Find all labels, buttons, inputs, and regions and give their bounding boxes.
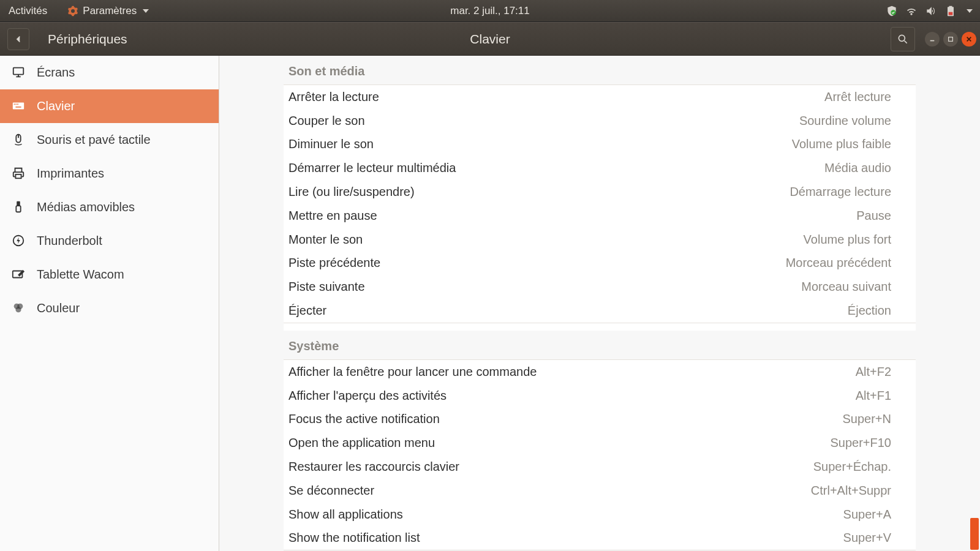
- svg-rect-13: [16, 206, 20, 212]
- svg-rect-1: [949, 12, 953, 15]
- battery-icon[interactable]: [944, 5, 957, 17]
- clock[interactable]: mar. 2 juil., 17:11: [450, 5, 529, 17]
- shortcut-row[interactable]: Restaurer les raccourcis clavierSuper+Éc…: [284, 455, 916, 479]
- top-panel-right: [886, 5, 980, 17]
- shortcut-value: Morceau précédent: [786, 256, 891, 270]
- sidebar: ÉcransClavierSouris et pavé tactileImpri…: [0, 56, 219, 551]
- svg-rect-7: [15, 103, 17, 105]
- app-menu-button[interactable]: Paramètres: [58, 0, 157, 22]
- section-header-system: Système: [284, 331, 916, 359]
- system-menu-chevron[interactable]: [967, 9, 973, 13]
- window-title: Clavier: [470, 32, 510, 47]
- shortcut-row[interactable]: Diminuer le sonVolume plus faible: [284, 133, 916, 157]
- svg-rect-11: [15, 174, 21, 178]
- activities-button[interactable]: Activités: [0, 0, 56, 22]
- monitor-icon: [11, 65, 26, 80]
- maximize-icon: [948, 36, 954, 42]
- sidebar-item-mouse-touchpad[interactable]: Souris et pavé tactile: [0, 123, 219, 157]
- sidebar-item-keyboard[interactable]: Clavier: [0, 89, 219, 123]
- mouse-icon: [11, 132, 26, 147]
- sidebar-item-label: Écrans: [37, 66, 75, 80]
- shortcut-row[interactable]: Open the application menuSuper+F10: [284, 431, 916, 455]
- shortcut-label: Diminuer le son: [288, 137, 792, 151]
- shortcut-label: Monter le son: [288, 233, 804, 247]
- shortcut-row[interactable]: Lire (ou lire/suspendre)Démarrage lectur…: [284, 180, 916, 204]
- shortcut-row[interactable]: Couper le sonSourdine volume: [284, 109, 916, 133]
- chevron-left-icon: [13, 34, 24, 45]
- svg-rect-9: [15, 107, 21, 108]
- maximize-button[interactable]: [943, 32, 958, 47]
- shortcut-row[interactable]: Monter le sonVolume plus fort: [284, 228, 916, 252]
- shortcut-row[interactable]: Arrêter la lectureArrêt lecture: [284, 85, 916, 109]
- shortcut-row[interactable]: Démarrer le lecteur multimédiaMédia audi…: [284, 156, 916, 180]
- shortcut-value: Super+V: [843, 531, 891, 545]
- shortcut-value: Sourdine volume: [799, 114, 891, 128]
- shortcut-value: Pause: [856, 209, 891, 223]
- shortcut-row[interactable]: Show the notification listSuper+V: [284, 527, 916, 550]
- search-icon: [897, 33, 909, 45]
- shortcut-row[interactable]: Se déconnecterCtrl+Alt+Suppr: [284, 479, 916, 503]
- shortcut-row[interactable]: Focus the active notificationSuper+N: [284, 408, 916, 432]
- shortcut-label: Afficher la fenêtre pour lancer une comm…: [288, 365, 856, 379]
- sidebar-item-label: Tablette Wacom: [37, 268, 124, 282]
- shortcut-label: Arrêter la lecture: [288, 90, 824, 104]
- usb-icon: [11, 200, 26, 214]
- sidebar-item-color[interactable]: Couleur: [0, 291, 219, 325]
- content-area: Son et médiaArrêter la lectureArrêt lect…: [219, 56, 980, 551]
- shortcut-row[interactable]: ÉjecterÉjection: [284, 299, 916, 323]
- window-titlebar: Périphériques Clavier: [0, 22, 980, 56]
- sidebar-item-label: Médias amovibles: [37, 200, 135, 214]
- sidebar-item-label: Thunderbolt: [37, 234, 102, 248]
- back-button[interactable]: [7, 28, 29, 50]
- svg-rect-8: [17, 103, 18, 105]
- sidebar-item-displays[interactable]: Écrans: [0, 56, 219, 89]
- sidebar-item-removable-media[interactable]: Médias amovibles: [0, 190, 219, 224]
- sidebar-item-printers[interactable]: Imprimantes: [0, 157, 219, 190]
- shortcut-row[interactable]: Afficher l'aperçu des activitésAlt+F1: [284, 384, 916, 408]
- section-header-sound-media: Son et média: [284, 56, 916, 84]
- settings-app-icon: [67, 5, 79, 17]
- shield-icon[interactable]: [886, 5, 898, 17]
- shortcut-label: Lire (ou lire/suspendre): [288, 185, 790, 199]
- search-button[interactable]: [891, 27, 915, 51]
- printer-icon: [11, 166, 26, 181]
- app-menu-label: Paramètres: [83, 5, 137, 17]
- shortcut-label: Se déconnecter: [288, 484, 811, 498]
- bolt-icon: [11, 233, 26, 248]
- shortcut-value: Volume plus faible: [792, 137, 891, 151]
- scrollbar-thumb[interactable]: [970, 518, 979, 550]
- shortcut-value: Média audio: [824, 161, 891, 175]
- shortcut-label: Show all applications: [288, 508, 843, 522]
- wifi-icon[interactable]: [905, 5, 918, 17]
- minimize-icon: [929, 36, 935, 42]
- app-body: ÉcransClavierSouris et pavé tactileImpri…: [0, 56, 980, 551]
- svg-point-18: [15, 307, 21, 312]
- svg-rect-4: [13, 68, 24, 75]
- sidebar-item-wacom[interactable]: Tablette Wacom: [0, 258, 219, 291]
- shortcut-value: Alt+F2: [856, 365, 891, 379]
- svg-point-2: [899, 35, 905, 41]
- svg-rect-12: [17, 201, 20, 206]
- shortcut-row[interactable]: Mettre en pausePause: [284, 204, 916, 228]
- shortcut-row[interactable]: Piste précédenteMorceau précédent: [284, 252, 916, 276]
- shortcut-value: Morceau suivant: [801, 280, 891, 294]
- shortcut-label: Éjecter: [288, 304, 848, 318]
- shortcut-value: Super+A: [843, 508, 891, 522]
- shortcut-row[interactable]: Afficher la fenêtre pour lancer une comm…: [284, 360, 916, 384]
- volume-icon[interactable]: [925, 5, 937, 17]
- shortcut-row[interactable]: Piste suivanteMorceau suivant: [284, 275, 916, 299]
- shortcut-label: Piste précédente: [288, 256, 786, 270]
- activities-label: Activités: [9, 5, 47, 17]
- shortcut-value: Super+N: [843, 412, 892, 426]
- close-button[interactable]: [962, 32, 976, 47]
- shortcut-label: Démarrer le lecteur multimédia: [288, 161, 824, 175]
- sidebar-item-thunderbolt[interactable]: Thunderbolt: [0, 224, 219, 258]
- minimize-button[interactable]: [925, 32, 940, 47]
- top-panel: Activités Paramètres mar. 2 juil., 17:11: [0, 0, 980, 22]
- sidebar-item-label: Imprimantes: [37, 167, 104, 181]
- section-rows-sound-media: Arrêter la lectureArrêt lectureCouper le…: [284, 84, 916, 323]
- clock-text: mar. 2 juil., 17:11: [450, 5, 529, 17]
- shortcut-value: Super+Échap.: [813, 460, 891, 474]
- shortcut-row[interactable]: Show all applicationsSuper+A: [284, 503, 916, 527]
- svg-rect-6: [14, 103, 15, 105]
